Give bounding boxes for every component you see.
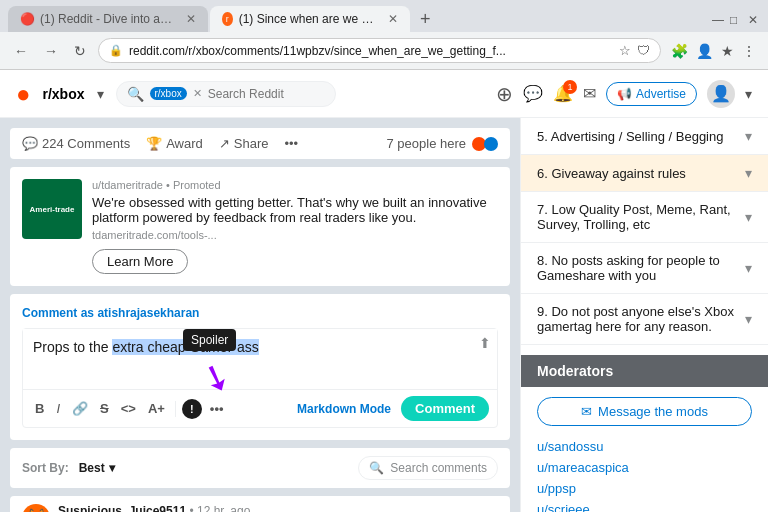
message-mods-button[interactable]: ✉ Message the mods	[537, 397, 752, 426]
strikethrough-button[interactable]: S	[96, 399, 113, 418]
settings-icon[interactable]: ⋮	[740, 41, 758, 61]
url-actions: ☆ 🛡	[619, 43, 650, 58]
more-button[interactable]: •••	[284, 136, 298, 151]
search-icon: 🔍	[127, 86, 144, 102]
rule-9-expand-icon: ▾	[745, 311, 752, 327]
header-icons: ⊕ 💬 🔔 1 ✉ 📢 Advertise 👤 ▾	[496, 80, 752, 108]
mod-scrieee[interactable]: u/scrieee	[537, 499, 752, 512]
spoiler-button[interactable]: !	[182, 399, 202, 419]
rule-5[interactable]: 5. Advertising / Selling / Begging ▾	[521, 118, 768, 155]
rule-6[interactable]: 6. Giveaway against rules ▾	[521, 155, 768, 192]
markdown-mode-button[interactable]: Markdown Mode	[297, 402, 391, 416]
mail-icon[interactable]: ✉	[583, 84, 596, 103]
close-button[interactable]: ✕	[748, 13, 760, 25]
create-post-icon[interactable]: ⊕	[496, 82, 513, 106]
comment-meta: Suspicious_Juice9511 • 12 hr. ago	[58, 504, 250, 512]
comment-submit-button[interactable]: Comment	[401, 396, 489, 421]
reddit-logo: ●	[16, 80, 31, 108]
extensions-icon[interactable]: 🧩	[669, 41, 690, 61]
learn-more-button[interactable]: Learn More	[92, 249, 188, 274]
bookmark-icon[interactable]: ☆	[619, 43, 631, 58]
mail-mods-icon: ✉	[581, 404, 592, 419]
search-close-icon[interactable]: ✕	[193, 87, 202, 100]
spoiler-tooltip: Spoiler	[183, 329, 236, 351]
user-avatar[interactable]: 👤	[707, 80, 735, 108]
ad-logo: Ameri-trade	[22, 179, 82, 239]
favorites-icon[interactable]: ★	[719, 41, 736, 61]
rule-6-expand-icon: ▾	[745, 165, 752, 181]
tab-1-title: (1) Reddit - Dive into anything	[40, 12, 176, 26]
maximize-button[interactable]: □	[730, 13, 742, 25]
rule-8-expand-icon: ▾	[745, 260, 752, 276]
comments-button[interactable]: 💬 224 Comments	[22, 136, 130, 151]
shield-icon[interactable]: 🛡	[637, 43, 650, 58]
editor-text-before: Props to the	[33, 339, 112, 355]
comment-avatar: 🦊	[22, 504, 50, 512]
share-icon: ↗	[219, 136, 230, 151]
reload-button[interactable]: ↻	[70, 41, 90, 61]
chat-icon[interactable]: 💬	[523, 84, 543, 103]
tab-2-favicon: r	[222, 12, 233, 26]
upload-button[interactable]: ⬆	[479, 335, 491, 351]
url-bar[interactable]: 🔒 reddit.com/r/xbox/comments/11wpbzv/sin…	[98, 38, 661, 63]
reddit-header: ● r/xbox ▾ 🔍 r/xbox ✕ ⊕ 💬 🔔 1 ✉ 📢 Advert…	[0, 70, 768, 118]
link-button[interactable]: 🔗	[68, 399, 92, 418]
back-button[interactable]: ←	[10, 41, 32, 61]
minimize-button[interactable]: —	[712, 13, 724, 25]
mod-ppsp[interactable]: u/ppsp	[537, 478, 752, 499]
rule-8[interactable]: 8. No posts asking for people to Gamesha…	[521, 243, 768, 294]
profile-icon[interactable]: 👤	[694, 41, 715, 61]
comment-editor: Comment as atishrajasekharan Props to th…	[10, 294, 510, 440]
rule-9[interactable]: 9. Do not post anyone else's Xbox gamert…	[521, 294, 768, 345]
mod-mareacaspica[interactable]: u/mareacaspica	[537, 457, 752, 478]
search-comments-icon: 🔍	[369, 461, 384, 475]
share-button[interactable]: ↗ Share	[219, 136, 269, 151]
comment-as: Comment as atishrajasekharan	[22, 306, 498, 320]
notification-icon[interactable]: 🔔 1	[553, 84, 573, 103]
search-input[interactable]	[208, 87, 288, 101]
award-button[interactable]: 🏆 Award	[146, 136, 203, 151]
avatar-dropdown[interactable]: ▾	[745, 86, 752, 102]
tab-1[interactable]: 🔴 (1) Reddit - Dive into anything ✕	[8, 6, 208, 32]
bold-button[interactable]: B	[31, 399, 48, 418]
window-controls: — □ ✕	[712, 13, 760, 25]
advertise-button[interactable]: 📢 Advertise	[606, 82, 697, 106]
superscript-button[interactable]: A+	[144, 399, 169, 418]
comment-bar: 💬 224 Comments 🏆 Award ↗ Share ••• 7 peo…	[10, 128, 510, 159]
new-tab-button[interactable]: +	[412, 9, 439, 30]
editor-box[interactable]: Props to the extra cheap GamePass ⬆ Spoi…	[22, 328, 498, 428]
rule-7[interactable]: 7. Low Quality Post, Meme, Rant, Survey,…	[521, 192, 768, 243]
ad-post: Ameri-trade u/tdameritrade • Promoted We…	[10, 167, 510, 286]
code-button[interactable]: <>	[117, 399, 140, 418]
address-bar: ← → ↻ 🔒 reddit.com/r/xbox/comments/11wpb…	[0, 32, 768, 69]
more-options-button[interactable]: •••	[206, 399, 228, 418]
tab-1-close[interactable]: ✕	[186, 12, 196, 26]
people-here: 7 people here	[386, 136, 498, 151]
header-search[interactable]: 🔍 r/xbox ✕	[116, 81, 336, 107]
forward-button[interactable]: →	[40, 41, 62, 61]
tab-2[interactable]: r (1) Since when are we getting fo... ✕	[210, 6, 410, 32]
ad-text: We're obsessed with getting better. That…	[92, 195, 498, 225]
comment-details: Suspicious_Juice9511 • 12 hr. ago	[58, 504, 250, 512]
italic-button[interactable]: I	[52, 399, 64, 418]
right-sidebar: 5. Advertising / Selling / Begging ▾ 6. …	[520, 118, 768, 512]
tab-2-close[interactable]: ✕	[388, 12, 398, 26]
megaphone-icon: 📢	[617, 87, 632, 101]
sort-dropdown[interactable]: Best ▾	[79, 461, 115, 475]
toolbar-separator	[175, 401, 176, 417]
sort-label: Sort By:	[22, 461, 69, 475]
mod-sandossu[interactable]: u/sandossu	[537, 436, 752, 457]
editor-toolbar: B I 🔗 S <> A+ ! ••• Markdown Mode Commen…	[23, 389, 497, 427]
subreddit-name[interactable]: r/xbox	[43, 86, 85, 102]
comment-item: 🦊 Suspicious_Juice9511 • 12 hr. ago	[10, 496, 510, 512]
search-comments-input[interactable]: 🔍 Search comments	[358, 456, 498, 480]
lock-icon: 🔒	[109, 44, 123, 57]
tab-2-title: (1) Since when are we getting fo...	[239, 12, 378, 26]
sort-bar: Sort By: Best ▾ 🔍 Search comments	[10, 448, 510, 488]
subreddit-dropdown[interactable]: ▾	[97, 86, 104, 102]
left-content: 💬 224 Comments 🏆 Award ↗ Share ••• 7 peo…	[0, 118, 520, 512]
rule-5-expand-icon: ▾	[745, 128, 752, 144]
award-icon: 🏆	[146, 136, 162, 151]
editor-text[interactable]: Props to the extra cheap GamePass	[23, 329, 497, 389]
moderators-title: Moderators	[521, 355, 768, 387]
